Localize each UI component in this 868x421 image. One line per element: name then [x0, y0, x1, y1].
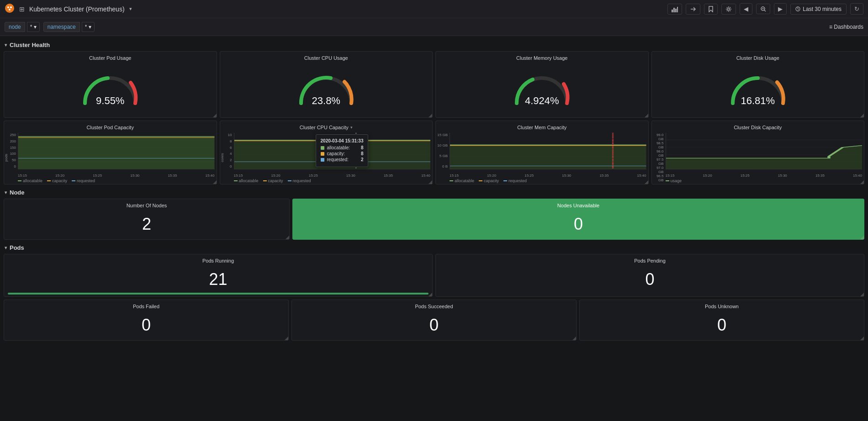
- app-title: Kubernetes Cluster (Prometheus): [29, 5, 125, 13]
- svg-marker-17: [18, 137, 215, 169]
- bookmark-icon-btn[interactable]: [704, 4, 718, 15]
- cpu-legend-dot-allocatable: [234, 180, 238, 181]
- cluster-cpu-usage-title: Cluster CPU Usage: [220, 52, 433, 63]
- pods-running-title: Pods Running: [4, 254, 432, 265]
- topnav-right: ◀ ▶ Last 30 minutes ↻: [667, 3, 863, 15]
- mem-capacity-xaxis: 15:15 15:20 15:25 15:30 15:35 15:40: [450, 174, 646, 178]
- dashboards-btn[interactable]: ≡ Dashboards: [829, 24, 863, 30]
- svg-marker-26: [450, 145, 646, 169]
- mem-legend-requested: requested: [503, 179, 527, 183]
- cluster-cpu-usage-panel: Cluster CPU Usage 23.8%: [220, 51, 433, 118]
- cluster-pod-usage-panel: Cluster Pod Usage 9.55%: [4, 51, 217, 118]
- tooltip-row-requested: requested: 2: [321, 157, 364, 162]
- pods-failed-value: 0: [4, 311, 288, 338]
- nodes-unavailable-panel: Nodes Unavailable 0: [292, 199, 864, 240]
- disk-capacity-legend: usage: [652, 178, 864, 184]
- cluster-pod-capacity-title: Cluster Pod Capacity: [4, 121, 217, 132]
- pods-failed-panel: Pods Failed 0: [4, 300, 289, 341]
- node-section-label: Node: [10, 189, 25, 196]
- panel-resize-cpu-usage[interactable]: [429, 114, 432, 117]
- pods-pending-panel: Pods Pending 0: [435, 254, 864, 297]
- refresh-btn[interactable]: ↻: [850, 3, 863, 15]
- legend-allocatable: allocatable: [18, 179, 42, 183]
- num-nodes-title: Number Of Nodes: [4, 199, 289, 210]
- tooltip-dot-capacity: [321, 152, 324, 156]
- mem-capacity-chart: 15 GB 10 GB 5 GB 0 B: [436, 132, 648, 178]
- namespace-var-value[interactable]: * ▾: [82, 22, 95, 32]
- hamburger-icon[interactable]: [5, 3, 15, 15]
- next-btn[interactable]: ▶: [774, 3, 787, 15]
- share-icon-btn[interactable]: [686, 4, 700, 15]
- pods-succeeded-value: 0: [292, 311, 576, 338]
- svg-point-3: [9, 9, 11, 11]
- pod-capacity-y-axis-label: pods: [4, 146, 9, 169]
- panel-resize-nodes-unavail[interactable]: [860, 236, 864, 239]
- pod-usage-value: 9.55%: [96, 95, 124, 107]
- pod-gauge-wrapper: 9.55%: [78, 70, 142, 107]
- panel-resize-mem-usage[interactable]: [645, 114, 648, 117]
- time-range-btn[interactable]: Last 30 minutes: [790, 4, 847, 15]
- svg-rect-6: [675, 9, 677, 12]
- panel-resize-pod-usage[interactable]: [213, 114, 217, 117]
- tooltip-dot-allocatable: [321, 146, 324, 150]
- panel-resize-pods-unknown[interactable]: [860, 337, 864, 340]
- cluster-disk-usage-gauge: 16.81%: [652, 63, 864, 117]
- cluster-health-section-header[interactable]: ▾ Cluster Health: [4, 40, 864, 51]
- tooltip-title: 2020-03-04 15:31:33: [321, 138, 364, 143]
- cluster-pod-capacity-panel: Cluster Pod Capacity 250 200 150 100 50 …: [4, 121, 217, 184]
- panel-resize-mem-cap[interactable]: [645, 180, 648, 184]
- settings-icon-btn[interactable]: [721, 4, 736, 15]
- panel-resize-disk-cap[interactable]: [860, 180, 864, 184]
- mem-legend-allocatable: allocatable: [450, 179, 474, 183]
- mem-usage-value: 4.924%: [525, 95, 559, 107]
- node-var-label: node: [5, 22, 25, 32]
- pods-section-label: Pods: [10, 244, 24, 251]
- nodes-panels-row: Number Of Nodes 2 Nodes Unavailable 0: [4, 199, 864, 240]
- panel-resize-pods-pending[interactable]: [860, 293, 864, 296]
- tooltip-label-requested: requested:: [327, 157, 358, 162]
- graph-icon-btn[interactable]: [667, 4, 682, 15]
- cluster-mem-usage-panel: Cluster Memory Usage 4.924%: [435, 51, 649, 118]
- cluster-health-label: Cluster Health: [10, 42, 50, 48]
- cluster-mem-capacity-panel: Cluster Mem Capacity 15 GB 10 GB 5 GB 0 …: [435, 121, 649, 184]
- tooltip-label-allocatable: allocatable:: [327, 145, 358, 150]
- cluster-disk-capacity-panel: Cluster Disk Capacity 99.0 GB 98.5 GB 98…: [651, 121, 865, 184]
- cpu-legend-allocatable: allocatable: [234, 179, 259, 183]
- panel-resize-pods-succeeded[interactable]: [572, 337, 576, 340]
- svg-point-8: [728, 8, 730, 10]
- panel-resize-num-nodes[interactable]: [286, 236, 289, 239]
- pods-running-value: 21: [4, 265, 432, 293]
- node-section-header[interactable]: ▾ Node: [4, 187, 864, 199]
- svg-rect-7: [677, 7, 678, 12]
- mem-capacity-y-labels: 15 GB 10 GB 5 GB 0 B: [436, 132, 449, 169]
- panel-resize-pods-running[interactable]: [429, 293, 432, 296]
- pods-unknown-value: 0: [580, 311, 864, 338]
- cpu-capacity-xaxis: 15:15 15:20 15:25 15:30 15:35 15:40: [234, 174, 431, 178]
- panel-resize-pods-failed[interactable]: [285, 337, 288, 340]
- pods-section-header[interactable]: ▾ Pods: [4, 242, 864, 254]
- pods-running-row: Pods Running 21 Pods Pending 0: [4, 254, 864, 297]
- pod-capacity-xaxis: 15:15 15:20 15:25 15:30 15:35 15:40: [18, 174, 215, 178]
- panel-resize-pod-cap[interactable]: [213, 180, 217, 184]
- node-var-value[interactable]: * ▾: [27, 22, 40, 32]
- cluster-cpu-capacity-panel: Cluster CPU Capacity ▾ 10 8 6 4 2 0 core…: [220, 121, 433, 184]
- prev-btn[interactable]: ◀: [740, 3, 752, 15]
- pods-failed-title: Pods Failed: [4, 300, 288, 311]
- cpu-legend-capacity: capacity: [263, 179, 283, 183]
- title-dropdown-arrow[interactable]: ▾: [129, 6, 132, 12]
- main-content: ▾ Cluster Health Cluster Pod Usage 9.55%: [0, 36, 868, 347]
- cpu-legend-requested: requested: [288, 179, 311, 183]
- grid-icon[interactable]: ⊞: [19, 5, 25, 13]
- cpu-capacity-dropdown-arrow[interactable]: ▾: [350, 125, 353, 130]
- panel-resize-disk-usage[interactable]: [860, 114, 864, 117]
- cluster-mem-usage-gauge: 4.924%: [436, 63, 648, 117]
- capacity-charts-row: Cluster Pod Capacity 250 200 150 100 50 …: [4, 121, 864, 184]
- panel-resize-cpu-cap[interactable]: [429, 180, 432, 184]
- cluster-mem-usage-title: Cluster Memory Usage: [436, 52, 648, 63]
- mem-legend-dot-allocatable: [450, 180, 453, 181]
- cpu-gauge-wrapper: 23.8%: [294, 70, 358, 107]
- zoom-btn[interactable]: [756, 4, 770, 14]
- legend-capacity: capacity: [47, 179, 67, 183]
- toolbar: node * ▾ namespace * ▾ ≡ Dashboards: [0, 18, 868, 36]
- top-navbar: ⊞ Kubernetes Cluster (Prometheus) ▾: [0, 0, 868, 18]
